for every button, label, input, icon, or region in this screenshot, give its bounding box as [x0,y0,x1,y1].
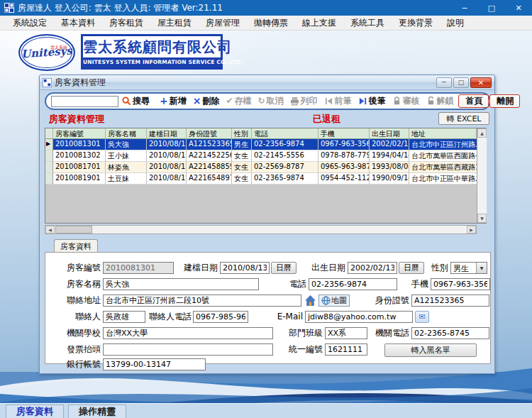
cell-gender: 女生 [232,150,252,162]
table-row[interactable]: 2010081901 土豆妹 2010/08/19 A221654897 女生 … [45,173,477,185]
school-label: 機關學校 [55,327,101,339]
home-button[interactable]: 首頁 [458,94,489,108]
col-header-gender[interactable]: 性別 [232,128,252,139]
inner-window-title: 房客資料管理 [55,77,435,89]
cell-mobile: 0978-878-779 [318,150,370,162]
bank-account-input[interactable] [103,358,206,370]
previous-record-button[interactable]: 前筆 [321,94,355,109]
printer-icon [290,97,299,106]
inner-maximize-icon[interactable]: □ [453,77,469,88]
phone-input[interactable] [309,278,397,290]
menu-tenant-lease[interactable]: 房客租賃 [102,16,150,31]
toolbar: 搜尋 + 新增 × 刪除 ✔ 存檔 ↻ 取消 [45,92,491,110]
company-name-en: UNITESYS SYSTEM INFORMATION SERVICE CO.,… [83,57,221,67]
plus-icon: + [160,97,168,106]
audit-button[interactable]: 審核 [389,94,423,109]
col-header-created[interactable]: 建檔日期 [147,128,187,139]
cancel-button[interactable]: ↻ 取消 [255,94,287,109]
menu-help[interactable]: 說明 [440,16,471,31]
inner-minimize-icon[interactable]: ─ [436,77,452,88]
selector-header [45,128,53,139]
next-record-button[interactable]: 後筆 [355,94,389,109]
school-input[interactable] [103,327,273,339]
print-button[interactable]: 列印 [287,94,321,109]
cell-phone: 02-2365-9874 [252,173,318,185]
cell-birth: 1990/09/14 [370,173,409,185]
birth-calendar-button[interactable]: 日曆 [399,262,424,274]
add-button[interactable]: + 新增 [157,94,189,109]
house-icon[interactable] [304,295,316,307]
cell-name: 王小妹 [106,150,147,162]
col-header-address[interactable]: 地址 [409,128,477,139]
scroll-right-icon[interactable]: ▶ [467,226,476,233]
unlock-button[interactable]: 解鎖 [423,94,457,109]
menu-change-background[interactable]: 更換背景 [392,16,440,31]
table-row[interactable]: 2010081302 王小妹 2010/08/13 A221452256 女生 … [45,150,477,162]
org-phone-input[interactable] [411,327,489,339]
maximize-icon[interactable]: □ [478,0,505,16]
created-calendar-button[interactable]: 日曆 [271,262,297,274]
gender-select[interactable]: 男生 ▼ [450,262,487,274]
contact-phone-input[interactable] [193,311,248,323]
tab-tenant-detail[interactable]: 房客資料 [54,239,98,253]
search-input[interactable] [51,96,118,107]
contact-person-input[interactable] [103,311,145,323]
cell-birth: 1993/08/04 [370,162,409,173]
chevron-down-icon[interactable]: ▼ [476,263,487,273]
menu-system-settings[interactable]: 系統設定 [6,16,54,31]
status-label-retired: 已退租 [313,113,340,126]
menu-bar: 系統設定 基本資料 房客租賃 屋主租賃 房屋管理 拋轉傳票 線上支援 系統工具 … [0,16,532,31]
blacklist-button[interactable]: 轉入黑名單 [384,343,477,357]
scroll-up-icon[interactable]: ▲ [477,128,487,138]
email-input[interactable] [305,311,413,323]
close-icon[interactable]: ✕ [505,0,532,16]
menu-system-tools[interactable]: 系統工具 [343,16,392,31]
col-header-tenant-id[interactable]: 房客編號 [53,128,106,139]
exit-button[interactable]: 離開 [489,94,520,108]
scrollbar-thumb[interactable] [55,226,92,233]
inner-close-icon[interactable]: ✕ [470,77,492,88]
tenant-name-label: 房客名稱 [55,278,101,290]
national-id-input[interactable] [411,295,489,307]
screen: 房屋達人 登入公司: 雲太 登入人員: 管理者 Ver:21.11 ─ □ ✕ … [0,0,532,418]
menu-voucher-transfer[interactable]: 拋轉傳票 [247,16,295,31]
mobile-input[interactable] [431,278,490,290]
col-header-birth[interactable]: 出生日期 [370,128,409,139]
map-button[interactable]: 地圖 [318,295,350,307]
col-header-name[interactable]: 房客名稱 [106,128,147,139]
birth-date-input[interactable] [348,262,397,274]
vertical-scrollbar[interactable]: ▲ ▼ [477,128,487,223]
tenant-data-window: 房客資料管理 ─ □ ✕ 搜尋 + 新增 × 刪除 [39,75,495,374]
search-button[interactable]: 搜尋 [119,94,153,109]
tab-tenant-data[interactable]: 房客資料 [6,405,64,418]
table-row[interactable]: 2010081701 林姿魚 2010/08/17 A221458859 女生 … [45,162,477,173]
created-date-input[interactable] [220,262,270,274]
mail-icon[interactable]: ✉ [415,311,429,323]
tax-id-input[interactable] [325,343,367,356]
scroll-down-icon[interactable]: ▼ [477,214,487,223]
cell-address: 台北市中正區中華路二段 [409,173,477,185]
col-header-national-id[interactable]: 身份證號 [187,128,232,139]
horizontal-scrollbar[interactable]: ◀ ▶ [45,225,477,234]
row-selector [45,162,53,173]
cell-phone: 02-2569-8787 [252,162,318,173]
menu-house-management[interactable]: 房屋管理 [199,16,247,31]
invoice-title-input[interactable] [103,343,273,356]
contact-address-input[interactable] [103,295,301,307]
minimize-icon[interactable]: ─ [451,0,478,16]
col-header-phone[interactable]: 電話 [252,128,318,139]
menu-online-support[interactable]: 線上支援 [295,16,343,31]
tab-operation-wizard[interactable]: 操作精靈 [68,405,126,418]
menu-basic-data[interactable]: 基本資料 [54,16,102,31]
tenant-name-input[interactable] [103,278,259,290]
menu-owner-lease[interactable]: 屋主租賃 [150,16,199,31]
table-row[interactable]: ▶ 2010081301 吳大強 2010/08/13 A121523365 男… [45,139,477,150]
save-button[interactable]: ✔ 存檔 [223,94,254,109]
export-excel-button[interactable]: 轉 EXCEL [438,112,489,125]
tenant-id-input[interactable] [103,262,174,274]
scroll-left-icon[interactable]: ◀ [45,226,55,233]
col-header-mobile[interactable]: 手機 [318,128,370,139]
delete-button[interactable]: × 刪除 [190,94,223,109]
department-input[interactable] [325,327,367,339]
national-id-label: 身份證號 [370,295,409,307]
